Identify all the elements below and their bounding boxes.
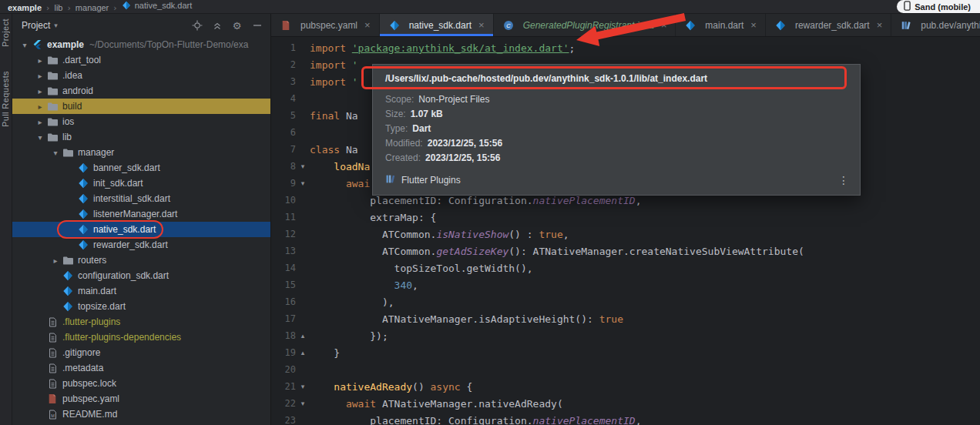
code-line[interactable]: 22▾ await ATNativeManager.nativeAdReady( bbox=[271, 395, 980, 412]
editor-tab-generatedpluginregistrant-java[interactable]: CGeneratedPluginRegistrant.java× bbox=[494, 14, 676, 36]
code-text: loadNa bbox=[310, 161, 370, 172]
code-line[interactable]: 15 340, bbox=[271, 276, 980, 293]
code-token: true bbox=[599, 313, 623, 325]
file-info-row: Scope:Non-Project Files bbox=[385, 92, 847, 107]
chevron-collapsed-icon[interactable]: ▸ bbox=[34, 72, 46, 80]
chevron-collapsed-icon[interactable]: ▸ bbox=[49, 256, 62, 265]
tree-item-build[interactable]: ▸build bbox=[12, 99, 270, 114]
breadcrumb-item-manager[interactable]: manager bbox=[76, 3, 109, 12]
kebab-menu-icon[interactable]: ⋮ bbox=[838, 174, 849, 186]
chevron-collapsed-icon[interactable]: ▸ bbox=[34, 56, 46, 65]
hide-icon[interactable] bbox=[251, 20, 263, 32]
chevron-collapsed-icon[interactable]: ▸ bbox=[34, 102, 46, 111]
tool-window-button-pull-requests[interactable]: Pull Requests bbox=[1, 71, 10, 127]
code-token: { bbox=[461, 381, 473, 393]
tree-item-label: native_sdk.dart bbox=[93, 224, 156, 235]
code-line[interactable]: 12 ATCommon.isNativeShow() : true, bbox=[271, 226, 980, 243]
tab-label: native_sdk.dart bbox=[409, 20, 472, 31]
project-panel-header: Project ▾ ⚙ bbox=[12, 14, 270, 37]
tree-item-listenermanager-dart[interactable]: listenerManager.dart bbox=[12, 206, 270, 222]
tree-item-lib[interactable]: ▾lib bbox=[12, 129, 270, 145]
close-tab-icon[interactable]: × bbox=[750, 20, 757, 30]
tree-item-main-dart[interactable]: main.dart bbox=[12, 283, 270, 299]
settings-icon[interactable]: ⚙ bbox=[231, 20, 243, 32]
chevron-collapsed-icon[interactable]: ▸ bbox=[34, 118, 46, 126]
editor-tab-main-dart[interactable]: main.dart× bbox=[676, 14, 766, 36]
editor-tab-native-sdk-dart[interactable]: native_sdk.dart× bbox=[380, 14, 494, 36]
breadcrumb-item-example[interactable]: example bbox=[8, 3, 42, 12]
tree-item-pubspec-yaml[interactable]: pubspec.yaml bbox=[12, 391, 270, 407]
tree-item-native-sdk-dart[interactable]: native_sdk.dart bbox=[12, 222, 270, 237]
code-line[interactable]: 17 ATNativeManager.isAdaptiveHeight(): t… bbox=[271, 310, 980, 327]
code-line[interactable]: 21▾ nativeAdReady() async { bbox=[271, 378, 980, 395]
md-icon: M bbox=[46, 408, 59, 420]
code-line[interactable]: 19▴ } bbox=[271, 344, 980, 361]
ide-window: example›lib›manager›native_sdk.dart Sand… bbox=[0, 0, 980, 425]
line-number: 4 bbox=[271, 93, 296, 104]
code-line[interactable]: 13 ATCommon.getAdSizeKey(): ATNativeMana… bbox=[271, 243, 980, 259]
code-line[interactable]: 16 ), bbox=[271, 293, 980, 310]
fold-down-icon[interactable]: ▾ bbox=[296, 400, 310, 407]
fold-down-icon[interactable]: ▾ bbox=[296, 179, 310, 187]
tree-item-gitignore[interactable]: .gitignore bbox=[12, 345, 270, 360]
code-line[interactable]: 18▴ }); bbox=[271, 327, 980, 344]
project-view-dropdown[interactable]: Project ▾ bbox=[22, 20, 58, 31]
fold-down-icon[interactable]: ▾ bbox=[296, 162, 310, 170]
code-line[interactable]: 20 bbox=[271, 361, 980, 378]
tree-item-readme-md[interactable]: MREADME.md bbox=[12, 407, 270, 422]
chevron-collapsed-icon[interactable]: ▸ bbox=[34, 87, 46, 95]
tree-item-routers[interactable]: ▸routers bbox=[12, 253, 270, 268]
code-line[interactable]: 14 topSizeTool.getWidth(), bbox=[271, 259, 980, 276]
chevron-expanded-icon[interactable]: ▾ bbox=[34, 133, 46, 142]
tree-item-rewarder-sdk-dart[interactable]: rewarder_sdk.dart bbox=[12, 237, 270, 253]
tree-item-android[interactable]: ▸android bbox=[12, 83, 270, 99]
editor-tab-pubspec-yaml[interactable]: pubspec.yaml× bbox=[271, 14, 380, 36]
tree-item-configuration-sdk-dart[interactable]: configuration_sdk.dart bbox=[12, 268, 270, 283]
close-tab-icon[interactable]: × bbox=[877, 20, 883, 30]
tree-item-flutter-plugins[interactable]: .flutter-plugins bbox=[12, 314, 270, 330]
code-line[interactable]: 11 extraMap: { bbox=[271, 209, 980, 226]
editor-tab-rewarder-sdk-dart[interactable]: rewarder_sdk.dart× bbox=[766, 14, 891, 36]
code-text: } bbox=[310, 347, 340, 359]
close-tab-icon[interactable]: × bbox=[661, 20, 667, 30]
editor-tab-pub-dev-anythink-sdk-1-0-1-pubsp[interactable]: pub.dev/anythink_sdk-1.0.1/pubsp× bbox=[891, 14, 980, 36]
code-line[interactable]: 23 placementID: Configuration.nativePlac… bbox=[271, 412, 980, 425]
collapse-all-icon[interactable] bbox=[211, 20, 223, 32]
tree-item-label: rewarder_sdk.dart bbox=[93, 239, 168, 250]
code-token: () : bbox=[508, 229, 539, 240]
folder-icon bbox=[62, 254, 74, 266]
tree-item-init-sdk-dart[interactable]: init_sdk.dart bbox=[12, 176, 270, 191]
tree-item-topsize-dart[interactable]: topsize.dart bbox=[12, 299, 270, 314]
chevron-expanded-icon[interactable]: ▾ bbox=[49, 149, 62, 157]
chevron-expanded-icon[interactable]: ▾ bbox=[18, 41, 31, 49]
tool-window-button-project[interactable]: Project bbox=[1, 18, 10, 47]
tree-item-pubspec-lock[interactable]: pubspec.lock bbox=[12, 376, 270, 391]
fold-up-icon[interactable]: ▴ bbox=[296, 332, 310, 340]
code-token: async bbox=[431, 381, 461, 393]
tree-item-manager[interactable]: ▾manager bbox=[12, 145, 270, 160]
code-token: ' bbox=[352, 76, 358, 88]
close-tab-icon[interactable]: × bbox=[364, 20, 371, 30]
device-selector-button[interactable]: Sand (mobile) bbox=[897, 0, 980, 13]
tree-item-flutter-plugins-dependencies[interactable]: .flutter-plugins-dependencies bbox=[12, 330, 270, 345]
tree-item-example[interactable]: ▾example~/Documents/TopOn-Flutter-Demo/e… bbox=[12, 37, 270, 52]
tree-item-interstitial-sdk-dart[interactable]: interstitial_sdk.dart bbox=[12, 191, 270, 206]
fold-down-icon[interactable]: ▾ bbox=[296, 383, 310, 390]
code-line[interactable]: 1import 'package:anythink_sdk/at_index.d… bbox=[271, 39, 980, 56]
code-text: }); bbox=[310, 330, 388, 342]
tree-item-banner-sdk-dart[interactable]: banner_sdk.dart bbox=[12, 160, 270, 176]
fold-up-icon[interactable]: ▴ bbox=[296, 349, 310, 356]
tree-item-dart-tool[interactable]: ▸.dart_tool bbox=[12, 52, 270, 68]
locate-icon[interactable] bbox=[191, 20, 203, 32]
breadcrumb-item-native-sdk-dart[interactable]: native_sdk.dart bbox=[122, 1, 193, 10]
breadcrumb-item-lib[interactable]: lib bbox=[54, 3, 62, 12]
code-token: nativePlacementID bbox=[533, 415, 636, 425]
file-info-label: Size: bbox=[385, 107, 406, 122]
tree-item-metadata[interactable]: .metadata bbox=[12, 360, 270, 376]
close-tab-icon[interactable]: × bbox=[478, 20, 485, 30]
tree-item-label: README.md bbox=[62, 409, 117, 420]
tree-item-ios[interactable]: ▸ios bbox=[12, 114, 270, 129]
tree-item-idea[interactable]: ▸.idea bbox=[12, 68, 270, 83]
code-token: true bbox=[539, 229, 562, 240]
line-number: 19 bbox=[271, 347, 296, 358]
